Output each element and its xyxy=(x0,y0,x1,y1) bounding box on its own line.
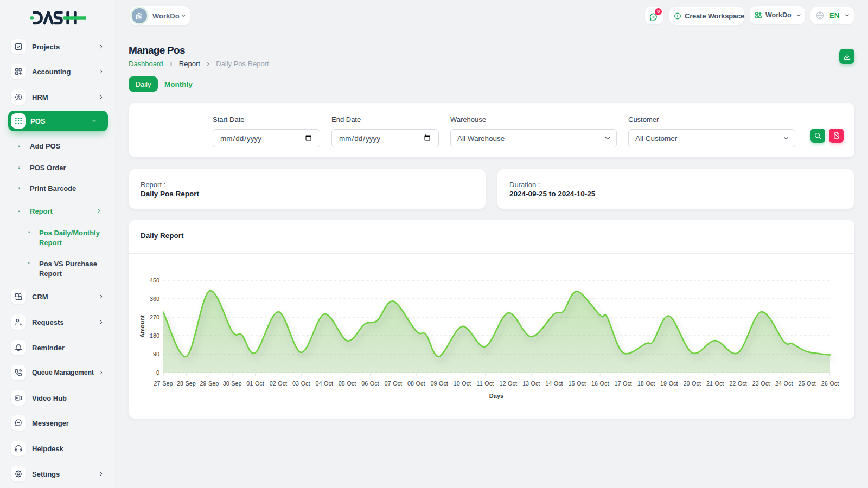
svg-text:450: 450 xyxy=(150,277,159,284)
svg-text:27-Sep: 27-Sep xyxy=(154,380,173,387)
svg-text:90: 90 xyxy=(153,351,159,357)
svg-text:05-Oct: 05-Oct xyxy=(339,380,356,387)
svg-text:03-Oct: 03-Oct xyxy=(292,380,310,387)
svg-text:23-Oct: 23-Oct xyxy=(752,380,770,387)
svg-text:13-Oct: 13-Oct xyxy=(522,380,540,387)
svg-text:07-Oct: 07-Oct xyxy=(385,380,402,387)
svg-text:Days: Days xyxy=(489,393,503,399)
svg-text:17-Oct: 17-Oct xyxy=(614,380,631,387)
svg-text:16-Oct: 16-Oct xyxy=(591,380,609,387)
svg-text:26-Oct: 26-Oct xyxy=(821,380,839,387)
svg-text:08-Oct: 08-Oct xyxy=(407,380,425,387)
svg-text:04-Oct: 04-Oct xyxy=(315,380,333,387)
svg-text:10-Oct: 10-Oct xyxy=(454,380,471,387)
svg-text:06-Oct: 06-Oct xyxy=(361,380,379,387)
svg-text:0: 0 xyxy=(156,369,159,376)
svg-text:21-Oct: 21-Oct xyxy=(706,380,724,387)
svg-text:180: 180 xyxy=(150,332,159,339)
svg-text:12-Oct: 12-Oct xyxy=(499,380,516,387)
svg-text:18-Oct: 18-Oct xyxy=(637,380,655,387)
svg-text:09-Oct: 09-Oct xyxy=(430,380,448,387)
svg-text:22-Oct: 22-Oct xyxy=(729,380,746,387)
svg-text:24-Oct: 24-Oct xyxy=(775,380,793,387)
svg-text:25-Oct: 25-Oct xyxy=(798,380,815,387)
svg-text:270: 270 xyxy=(150,314,159,320)
svg-text:19-Oct: 19-Oct xyxy=(660,380,678,387)
svg-text:29-Sep: 29-Sep xyxy=(200,380,219,387)
svg-text:360: 360 xyxy=(150,296,159,302)
svg-text:Amount: Amount xyxy=(139,315,145,338)
svg-text:30-Sep: 30-Sep xyxy=(223,380,242,387)
svg-text:11-Oct: 11-Oct xyxy=(476,380,494,387)
svg-text:15-Oct: 15-Oct xyxy=(569,380,586,387)
svg-text:28-Sep: 28-Sep xyxy=(177,380,196,387)
svg-text:02-Oct: 02-Oct xyxy=(270,380,287,387)
svg-text:14-Oct: 14-Oct xyxy=(545,380,563,387)
svg-text:01-Oct: 01-Oct xyxy=(246,380,264,387)
svg-text:20-Oct: 20-Oct xyxy=(683,380,700,387)
